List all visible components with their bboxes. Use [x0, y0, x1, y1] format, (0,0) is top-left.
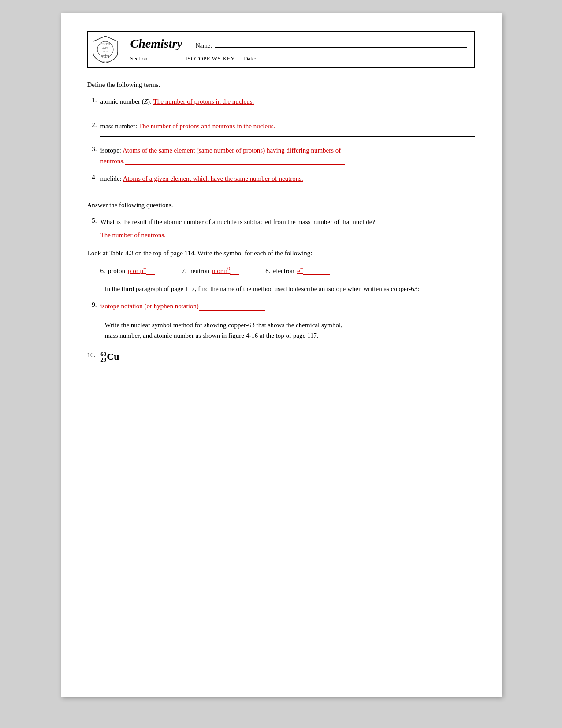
q7-item: 7. neutron n or n0	[182, 265, 239, 275]
section1-title: Define the following terms.	[87, 81, 475, 89]
q5-row: 5. What is the result if the atomic numb…	[87, 217, 475, 227]
write-paragraph: Write the nuclear symbol method for show…	[105, 320, 475, 341]
q1-extra-line	[100, 112, 475, 112]
q8-num: 8.	[265, 267, 270, 275]
table-ref-text: Look at Table 4.3 on the top of page 114…	[87, 248, 475, 258]
q3-num: 3.	[87, 146, 100, 153]
q4-num: 4.	[87, 174, 100, 181]
q1-row: 1. atomic number (Z): The number of prot…	[87, 97, 475, 107]
q2-extra-line	[100, 136, 475, 137]
q1-text: atomic number (Z): The number of protons…	[100, 97, 475, 107]
q6-num: 6.	[100, 267, 105, 275]
q6-label: proton	[108, 267, 125, 275]
name-input-line	[215, 41, 467, 48]
q4-answer: Atoms of a given element which have the …	[123, 175, 356, 182]
section-row: Section	[130, 53, 177, 62]
q2-row: 2. mass number: The number of protons an…	[87, 121, 475, 131]
header-top-row: Chemistry Name:	[130, 37, 467, 51]
q6-answer: p or p+	[128, 265, 155, 275]
q7-label: neutron	[189, 267, 209, 275]
q3-answer-part2: neutrons.	[100, 157, 345, 164]
q5-num: 5.	[87, 217, 100, 224]
q9-text: isotope notation (or hyphen notation)	[100, 301, 475, 311]
q5-answer-line	[166, 239, 364, 239]
section-label: Section	[130, 55, 148, 62]
inline-answers-row: 6. proton p or p+ 7. neutron n or n0 8. …	[100, 265, 475, 275]
q10-row: 10. 63 29 Cu	[87, 348, 475, 362]
question-3: 3. isotope: Atoms of the same element (s…	[87, 146, 475, 165]
school-logo: BISHOP AMAT HIGH EST. 1957	[88, 32, 123, 67]
section2-title: Answer the following questions.	[87, 202, 475, 209]
question-5: 5. What is the result if the atomic numb…	[87, 217, 475, 239]
name-label: Name:	[196, 42, 212, 49]
q6-item: 6. proton p or p+	[100, 265, 155, 275]
date-row: Date:	[244, 53, 347, 62]
q10-element: Cu	[107, 352, 119, 362]
q8-answer: e−	[297, 265, 330, 275]
question-4: 4. nuclide: Atoms of a given element whi…	[87, 174, 475, 190]
q3-text: isotope: Atoms of the same element (same…	[100, 146, 475, 156]
q10-num: 10.	[87, 351, 96, 359]
q9-row: 9. isotope notation (or hyphen notation)	[87, 301, 475, 311]
write-text-1: Write the nuclear symbol method for show…	[105, 321, 342, 329]
q4-row: 4. nuclide: Atoms of a given element whi…	[87, 174, 475, 184]
question-10: 10. 63 29 Cu	[87, 348, 475, 362]
question-1: 1. atomic number (Z): The number of prot…	[87, 97, 475, 112]
page: BISHOP AMAT HIGH EST. 1957 Chemistry Nam…	[61, 13, 502, 697]
date-input-line	[259, 53, 347, 60]
svg-text:BISHOP: BISHOP	[100, 43, 110, 45]
q2-answer: The number of protons and neutrons in th…	[139, 123, 275, 130]
write-text-2: mass number, and atomic number as shown …	[105, 332, 319, 339]
paragraph-text: In the third paragraph of page 117, find…	[105, 285, 420, 292]
q2-text: mass number: The number of protons and n…	[100, 121, 475, 131]
header-bottom-row: Section Isotope WS Key Date:	[130, 53, 467, 62]
q9-paragraph: In the third paragraph of page 117, find…	[105, 284, 475, 294]
q9-answer: isotope notation (or hyphen notation)	[100, 302, 199, 310]
svg-text:EST. 1957: EST. 1957	[101, 61, 109, 63]
q4-extra-line	[100, 189, 475, 189]
header: BISHOP AMAT HIGH EST. 1957 Chemistry Nam…	[87, 31, 475, 68]
q5-text: What is the result if the atomic number …	[100, 217, 475, 227]
q3-answer-part1: Atoms of the same element (same number o…	[123, 147, 341, 154]
header-name-row: Name:	[196, 41, 467, 49]
question-9: 9. isotope notation (or hyphen notation)	[87, 301, 475, 311]
question-2: 2. mass number: The number of protons an…	[87, 121, 475, 137]
q5-answer-row: The number of neutrons.	[100, 231, 475, 239]
q1-num: 1.	[87, 97, 100, 104]
ws-key-label: Isotope WS Key	[186, 55, 235, 62]
q1-answer: The number of protons in the nucleus.	[153, 98, 254, 105]
q8-item: 8. electron e−	[265, 265, 329, 275]
q9-num: 9.	[87, 301, 100, 309]
header-content: Chemistry Name: Section Isotope WS Key D…	[123, 33, 474, 66]
q3-row: 3. isotope: Atoms of the same element (s…	[87, 146, 475, 156]
header-title: Chemistry	[130, 37, 182, 51]
svg-text:AMAT: AMAT	[102, 47, 108, 49]
date-label: Date:	[244, 55, 256, 62]
q8-label: electron	[273, 267, 294, 275]
section-input-line	[150, 53, 177, 60]
q4-text: nuclide: Atoms of a given element which …	[100, 174, 475, 184]
q7-answer: n or n0	[212, 265, 239, 275]
q10-atomic: 29	[100, 357, 106, 362]
svg-text:HIGH: HIGH	[102, 50, 108, 52]
q10-nuclear-symbol: 63 29 Cu	[100, 348, 119, 362]
q5-answer: The number of neutrons.	[100, 231, 166, 239]
q7-num: 7.	[182, 267, 186, 275]
q2-num: 2.	[87, 121, 100, 129]
